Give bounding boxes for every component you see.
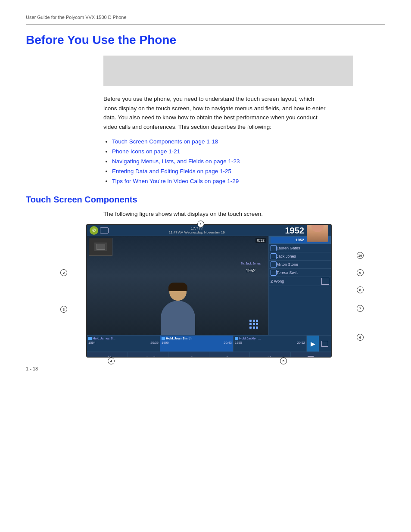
contact-item-jack[interactable]: Jack Jones <box>269 252 331 261</box>
call-bar-label-3: Hold:Jacklyn ... <box>235 336 305 340</box>
list-item: Navigating Menus, Lists, and Fields on p… <box>112 158 385 165</box>
contact-name: Z Wong <box>271 279 321 283</box>
call-bar-num2: 20:52 <box>297 341 305 345</box>
annotation-9: 9 <box>357 269 364 276</box>
next-arrow-button[interactable]: ▶ <box>307 336 319 352</box>
phone-diagram-wrapper: 1 2 3 4 5 6 7 8 9 10 ✆ <box>60 224 388 358</box>
call-number-label: 1952 <box>246 268 255 273</box>
list-item: Tips for When You’re in Video Calls on p… <box>112 178 385 184</box>
video-button[interactable]: Video <box>250 352 291 358</box>
call-bar-icon <box>162 337 165 340</box>
list-item: Phone Icons on page 1-21 <box>112 148 385 155</box>
mini-screen <box>89 238 112 256</box>
hamburger-icon <box>308 356 314 358</box>
annotation-2: 2 <box>60 269 67 276</box>
contact-name: Teresa Swift <box>277 271 329 275</box>
page-number: 1 - 18 <box>26 366 385 371</box>
contact-item-lauren[interactable]: Lauren Gates <box>269 244 331 252</box>
keypad-icon <box>249 320 259 329</box>
phone-handset-icon: ✆ <box>90 226 98 235</box>
call-bar-num1: 1594 <box>88 341 96 345</box>
keypad-dot <box>249 327 252 329</box>
contacts-list-icon <box>321 341 328 347</box>
call-label-text: Hold:Jacklyn ... <box>239 336 261 340</box>
phone-video-area: 0:32 To: Jack Jones 1952 <box>87 236 268 335</box>
phone-top-bar: ✆ 17.7 hr 11:47 AM Wednesday, November 1… <box>87 225 331 236</box>
end-call-button[interactable]: End Call <box>128 352 169 358</box>
call-bar-num1: 1990 <box>162 341 169 345</box>
call-bar-numbers-1: 1594 20:35 <box>88 341 159 345</box>
call-label-text: Hold:James S... <box>93 336 115 340</box>
menu-button[interactable] <box>291 352 331 358</box>
section-title: Touch Screen Components <box>26 195 385 205</box>
phone-wave-icon <box>100 227 109 233</box>
annotation-4: 4 <box>108 358 115 364</box>
header-bar: User Guide for the Polycom VVX 1500 D Ph… <box>26 13 385 25</box>
phone-icon-group: ✆ <box>90 226 109 235</box>
phone-hours: 17.7 hr <box>109 226 285 230</box>
call-bar-icon <box>235 337 238 340</box>
call-timer: 0:32 <box>255 238 266 243</box>
page-container: User Guide for the Polycom VVX 1500 D Ph… <box>0 0 411 389</box>
bottom-call-bars: Hold:James S... 1594 20:35 Hold:Joan Smi… <box>87 335 331 352</box>
keypad-dot <box>253 323 255 325</box>
call-to-label: To: Jack Jones <box>241 262 261 265</box>
phone-datetime: 11:47 AM Wednesday, November 19 <box>109 230 285 234</box>
link-entering-data[interactable]: Entering Data and Editing Fields on page… <box>112 168 231 174</box>
contact-name: Jack Jones <box>277 254 329 258</box>
call-bar-label-2: Hold:Joan Smith <box>162 336 232 340</box>
call-bar-2[interactable]: Hold:Joan Smith 1990 20:43 <box>160 336 234 352</box>
call-bar-label-1: Hold:James S... <box>88 336 159 340</box>
contact-name: Lauren Gates <box>277 246 329 250</box>
action-buttons-row: Hold End Call Transfer Conference Video <box>87 352 331 358</box>
contacts-icon[interactable] <box>319 336 331 352</box>
link-touch-screen[interactable]: Touch Screen Components on page 1-18 <box>112 138 218 145</box>
keypad-dot <box>253 327 255 329</box>
conference-label: Conference <box>219 356 240 358</box>
intro-paragraph: Before you use the phone, you need to un… <box>103 94 327 131</box>
call-info: To: Jack Jones 1952 <box>241 258 261 274</box>
annotation-5: 5 <box>280 358 287 364</box>
phone-time: 17.7 hr 11:47 AM Wednesday, November 19 <box>109 226 285 234</box>
call-bar-numbers-2: 1990 20:43 <box>162 341 232 345</box>
contact-item-zwong[interactable]: Z Wong <box>269 277 331 286</box>
figure-caption: The following figure shows what displays… <box>103 211 385 217</box>
call-bar-1[interactable]: Hold:James S... 1594 20:35 <box>87 336 160 352</box>
call-bar-num1: 1955 <box>235 341 242 345</box>
keypad-dot <box>249 323 252 325</box>
person-silhouette <box>152 275 204 335</box>
contact-item-teresa[interactable]: Teresa Swift <box>269 269 331 277</box>
conference-button[interactable]: Conference <box>209 352 250 358</box>
keypad-dot <box>256 327 258 329</box>
link-navigating[interactable]: Navigating Menus, Lists, and Fields on p… <box>112 158 240 165</box>
call-bar-num2: 20:35 <box>150 341 159 345</box>
contact-item-milton[interactable]: Milton Stone <box>269 261 331 269</box>
placeholder-image <box>103 56 353 86</box>
contact-name: Milton Stone <box>277 262 329 267</box>
link-phone-icons[interactable]: Phone Icons on page 1-21 <box>112 148 180 155</box>
annotation-3: 3 <box>60 306 67 313</box>
transfer-label: Transfer <box>181 356 196 358</box>
keypad-dot <box>249 320 252 322</box>
call-bar-3[interactable]: Hold:Jacklyn ... 1955 20:52 <box>234 336 307 352</box>
contacts-panel: 1952 Lauren Gates Jack Jones <box>268 236 331 335</box>
person-body <box>161 301 195 335</box>
video-placeholder: 0:32 To: Jack Jones 1952 <box>87 236 268 335</box>
call-bar-icon <box>88 337 92 340</box>
keypad-dot <box>256 320 258 322</box>
transfer-button[interactable]: Transfer <box>168 352 209 358</box>
contact-icon <box>271 261 277 268</box>
breadcrumb: User Guide for the Polycom VVX 1500 D Ph… <box>26 15 127 20</box>
contact-icon <box>271 253 277 259</box>
annotation-7: 7 <box>357 305 364 312</box>
hold-button[interactable]: Hold <box>87 352 128 358</box>
link-tips-video[interactable]: Tips for When You’re in Video Calls on p… <box>112 178 239 184</box>
contact-icon <box>271 245 277 251</box>
list-item: Entering Data and Editing Fields on page… <box>112 168 385 174</box>
bullet-list: Touch Screen Components on page 1-18 Pho… <box>112 138 385 184</box>
video-label: Video <box>265 356 275 358</box>
contact-icon <box>271 270 277 276</box>
call-bar-num2: 20:43 <box>224 341 232 345</box>
phone-screen: ✆ 17.7 hr 11:47 AM Wednesday, November 1… <box>86 224 332 358</box>
page-title: Before You Use the Phone <box>26 33 385 47</box>
